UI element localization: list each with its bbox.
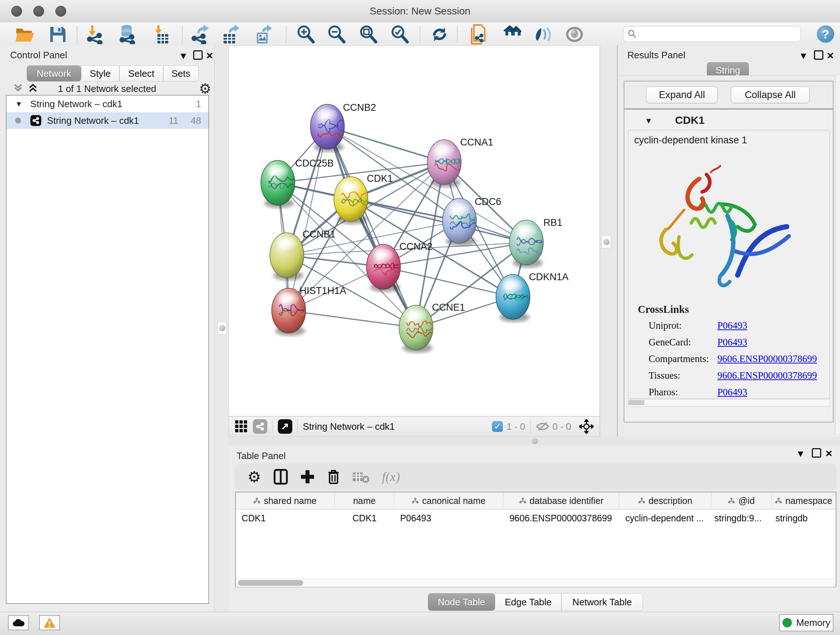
column-header[interactable]: namespace xyxy=(772,492,836,509)
collection-expand-arrow-icon[interactable]: ▼ xyxy=(15,100,22,108)
crosslink-pharos-link[interactable]: P06493 xyxy=(717,386,747,398)
network-row-selected[interactable]: String Network – cdk1 11 48 xyxy=(6,112,208,129)
network-options-gear-icon[interactable]: ⚙ xyxy=(199,81,211,97)
hidden-items-eye-slash-icon[interactable] xyxy=(536,421,549,432)
cdk1-expand-arrow-icon[interactable]: ▼ xyxy=(645,116,653,126)
show-columns-icon[interactable] xyxy=(273,469,288,485)
string-home-button[interactable] xyxy=(500,25,522,44)
import-table-button[interactable] xyxy=(150,25,172,44)
memory-button[interactable]: Memory xyxy=(779,614,834,631)
network-node-hist1h1a[interactable]: HIST1H1A xyxy=(272,285,346,336)
table-horizontal-scrollbar[interactable] xyxy=(236,578,836,587)
control-panel-close-icon[interactable]: × xyxy=(206,49,213,62)
column-header[interactable]: shared name xyxy=(236,492,335,509)
network-node-cdc6[interactable]: CDC6 xyxy=(442,196,501,246)
export-table-button[interactable] xyxy=(220,25,242,44)
open-session-button[interactable] xyxy=(14,25,36,44)
column-header[interactable]: database identifier xyxy=(504,492,619,509)
network-node-ccnb1[interactable]: CCNB1 xyxy=(270,229,336,280)
network-node-cdc25b[interactable]: CDC25B xyxy=(261,158,334,208)
expand-all-button[interactable]: Expand All xyxy=(646,87,718,103)
crosslink-uniprot-link[interactable]: P06493 xyxy=(717,320,747,331)
network-node-cdk1[interactable]: CDK1 xyxy=(334,173,393,225)
birds-eye-grid-icon[interactable] xyxy=(235,420,248,433)
function-builder-fx-icon[interactable]: f(x) xyxy=(382,469,400,485)
collapse-all-button[interactable]: Collapse All xyxy=(731,87,810,103)
cell-name[interactable]: CDK1 xyxy=(335,509,394,527)
results-panel-menu-arrow-icon[interactable]: ▼ xyxy=(799,50,808,62)
control-panel-float-icon[interactable] xyxy=(193,50,202,60)
card-horizontal-scrollbar[interactable] xyxy=(628,399,830,407)
column-header[interactable]: @id xyxy=(712,492,772,509)
zoom-in-button[interactable] xyxy=(295,25,317,44)
zoom-out-button[interactable] xyxy=(325,25,347,44)
crosslink-compartments-link[interactable]: 9606.ENSP00000378699 xyxy=(717,353,817,364)
scrollbar-thumb[interactable] xyxy=(238,580,303,586)
network-view-share-icon[interactable] xyxy=(253,419,267,434)
results-vertical-scrollbar[interactable] xyxy=(835,75,840,434)
copy-network-button[interactable] xyxy=(468,25,490,44)
crosslink-genecard-link[interactable]: P06493 xyxy=(717,337,747,348)
results-panel-float-icon[interactable] xyxy=(814,50,823,60)
search-input[interactable] xyxy=(637,29,790,40)
delete-table-icon[interactable] xyxy=(352,470,370,483)
selected-items-checkbox-icon[interactable]: ✓ xyxy=(492,421,503,432)
cell-canonical-name[interactable]: P06493 xyxy=(394,509,504,527)
tab-select[interactable]: Select xyxy=(119,65,163,81)
left-splitter[interactable] xyxy=(214,45,229,612)
network-node-ccne1[interactable]: CCNE1 xyxy=(399,302,465,353)
import-network-button[interactable] xyxy=(84,25,106,44)
network-node-ccna2[interactable]: CCNA2 xyxy=(366,241,433,292)
export-network-button[interactable] xyxy=(189,25,211,44)
table-panel-float-icon[interactable] xyxy=(812,448,821,458)
add-column-plus-icon[interactable] xyxy=(300,470,315,484)
network-collection-row[interactable]: ▼ String Network – cdk1 1 xyxy=(6,96,208,112)
network-node-ccnb2[interactable]: CCNB2 xyxy=(310,102,376,152)
cell-id[interactable]: stringdb:9... xyxy=(712,509,772,527)
column-header[interactable]: description xyxy=(619,492,711,509)
table-options-gear-icon[interactable]: ⚙ xyxy=(248,468,261,486)
left-splitter-handle[interactable] xyxy=(218,321,227,334)
right-splitter[interactable] xyxy=(600,45,617,437)
control-panel-menu-arrow-icon[interactable]: ▼ xyxy=(179,50,188,62)
warnings-button[interactable] xyxy=(39,615,60,630)
tab-sets[interactable]: Sets xyxy=(163,65,199,81)
show-graphics-button[interactable] xyxy=(564,25,585,44)
delete-column-trash-icon[interactable] xyxy=(327,469,340,485)
right-splitter-handle[interactable] xyxy=(602,235,611,249)
table-panel-close-icon[interactable]: × xyxy=(826,447,832,460)
toolbar-search[interactable] xyxy=(623,26,801,42)
cell-shared-name[interactable]: CDK1 xyxy=(236,509,335,527)
tab-style[interactable]: Style xyxy=(81,65,119,81)
import-network-from-database-button[interactable] xyxy=(117,25,138,44)
help-button[interactable]: ? xyxy=(817,25,834,43)
table-row[interactable]: CDK1 CDK1 P06493 9606.ENSP00000378699 cy… xyxy=(236,509,836,527)
cell-namespace[interactable]: stringdb xyxy=(772,509,836,527)
tab-network[interactable]: Network xyxy=(27,65,81,81)
zoom-selected-button[interactable] xyxy=(389,25,411,44)
column-header[interactable]: name xyxy=(335,492,394,509)
cloud-tasks-button[interactable] xyxy=(8,615,29,630)
scrollbar-thumb[interactable] xyxy=(628,400,644,405)
save-session-button[interactable] xyxy=(47,25,69,44)
results-panel-close-icon[interactable]: × xyxy=(827,49,834,62)
cell-description[interactable]: cyclin-dependent ... xyxy=(619,509,711,527)
horizontal-splitter[interactable] xyxy=(229,437,840,445)
zoom-fit-button[interactable] xyxy=(357,25,379,44)
network-node-ccna1[interactable]: CCNA1 xyxy=(427,137,493,187)
network-node-cdkn1a[interactable]: CDKN1A xyxy=(496,272,569,322)
network-graph[interactable]: CCNB2CCNA1CDC25BCDK1CDC6RB1CCNB1CCNA2CDK… xyxy=(229,46,600,416)
export-image-button[interactable] xyxy=(253,25,274,44)
enhance-view-button[interactable] xyxy=(532,25,554,44)
pan-crosshair-icon[interactable] xyxy=(579,419,594,434)
table-panel-menu-arrow-icon[interactable]: ▼ xyxy=(796,448,805,459)
tab-network-table[interactable]: Network Table xyxy=(561,593,643,611)
apply-layout-button[interactable] xyxy=(429,25,450,44)
network-node-rb1[interactable]: RB1 xyxy=(509,217,562,268)
cell-database-identifier[interactable]: 9606.ENSP00000378699 xyxy=(504,509,619,527)
open-in-window-icon[interactable] xyxy=(278,419,292,434)
crosslink-tissues-link[interactable]: 9606.ENSP00000378699 xyxy=(717,370,817,381)
column-header[interactable]: canonical name xyxy=(394,492,504,509)
tab-node-table[interactable]: Node Table xyxy=(428,593,495,611)
tab-edge-table[interactable]: Edge Table xyxy=(495,593,561,611)
